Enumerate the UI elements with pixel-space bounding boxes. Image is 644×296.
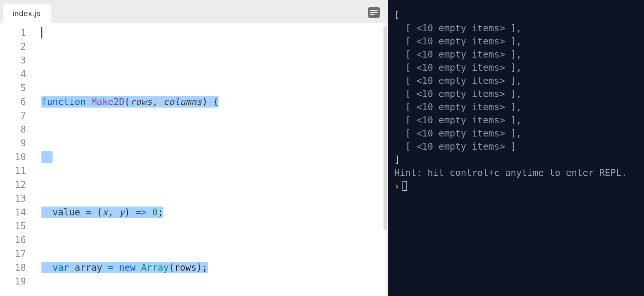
tab-indexjs[interactable]: index.js <box>3 4 51 23</box>
line-number-gutter: 12345678910111213141516171819 <box>0 23 34 296</box>
line-number: 4 <box>0 67 26 81</box>
line-number: 10 <box>0 150 26 164</box>
token: value <box>53 207 86 218</box>
token: array <box>75 262 108 273</box>
terminal-line: [ <10 empty items> ] <box>394 141 516 152</box>
line-number: 1 <box>0 26 26 40</box>
token-keyword: var <box>53 262 75 273</box>
terminal-line: [ <10 empty items> ], <box>394 23 522 34</box>
code-area[interactable]: 12345678910111213141516171819 function M… <box>0 23 388 296</box>
terminal-line: [ <10 empty items> ], <box>394 36 522 47</box>
line-number: 17 <box>0 247 26 261</box>
line-number: 16 <box>0 233 26 247</box>
terminal-cursor <box>402 181 407 191</box>
token: = <box>86 207 97 218</box>
token: ) { <box>202 96 219 107</box>
token: = <box>108 262 119 273</box>
token-arrow: => <box>136 207 152 218</box>
line-number: 14 <box>0 206 26 219</box>
token-fn: Make2D <box>91 96 125 107</box>
tabbar-actions <box>368 7 380 18</box>
line-number: 12 <box>0 178 26 192</box>
terminal-line: [ <10 empty items> ], <box>394 128 522 139</box>
line-number: 2 <box>0 40 26 54</box>
prompt-caret-icon: › <box>394 181 400 192</box>
line-number: 5 <box>0 81 26 95</box>
terminal-line: [ <10 empty items> ], <box>394 62 522 73</box>
line-number: 13 <box>0 192 26 206</box>
token-keyword: new <box>119 262 141 273</box>
token: ( <box>125 96 130 107</box>
token: ( <box>97 207 103 218</box>
terminal-line: [ <10 empty items> ], <box>394 115 522 126</box>
line-number: 19 <box>0 275 26 288</box>
text-cursor <box>41 27 42 38</box>
token: (rows); <box>169 262 208 273</box>
line-number: 11 <box>0 164 26 178</box>
editor-pane: index.js 12345678910111213141516171819 f… <box>0 0 388 296</box>
indent <box>41 262 53 273</box>
token-param: y <box>119 207 125 218</box>
line-number: 3 <box>0 54 26 67</box>
token-param: rows <box>130 96 152 107</box>
token: ; <box>158 207 163 218</box>
terminal-line: [ <box>394 10 400 20</box>
token: , <box>152 96 163 107</box>
line-number: 15 <box>0 219 26 233</box>
terminal-line: [ <10 empty items> ], <box>394 88 522 99</box>
token-class: Array <box>141 262 169 273</box>
editor-scrollbar-thumb[interactable] <box>383 26 387 230</box>
token: , <box>108 207 119 218</box>
token: ) <box>125 207 136 218</box>
line-number: 7 <box>0 109 26 123</box>
token-param: columns <box>163 96 202 107</box>
tab-bar: index.js <box>0 0 388 23</box>
token-num: 0 <box>152 207 158 218</box>
code-content[interactable]: function Make2D(rows, columns) { value =… <box>34 23 388 296</box>
terminal-prompt[interactable]: › <box>394 181 407 192</box>
wrap-lines-icon[interactable] <box>368 7 380 18</box>
terminal-line: [ <10 empty items> ], <box>394 75 522 86</box>
terminal-line: ] <box>394 154 400 165</box>
terminal-hint: Hint: hit control+c anytime to enter REP… <box>394 167 627 178</box>
indent <box>41 207 53 218</box>
line-number: 18 <box>0 261 26 275</box>
line-number: 9 <box>0 136 26 150</box>
line-number: 8 <box>0 123 26 136</box>
terminal-line: [ <10 empty items> ], <box>394 102 522 112</box>
line-number: 6 <box>0 95 26 109</box>
terminal-line: [ <10 empty items> ], <box>394 49 522 60</box>
token-keyword: function <box>41 96 91 107</box>
terminal-pane[interactable]: [ [ <10 empty items> ], [ <10 empty item… <box>388 0 644 296</box>
token-param: x <box>102 207 108 218</box>
